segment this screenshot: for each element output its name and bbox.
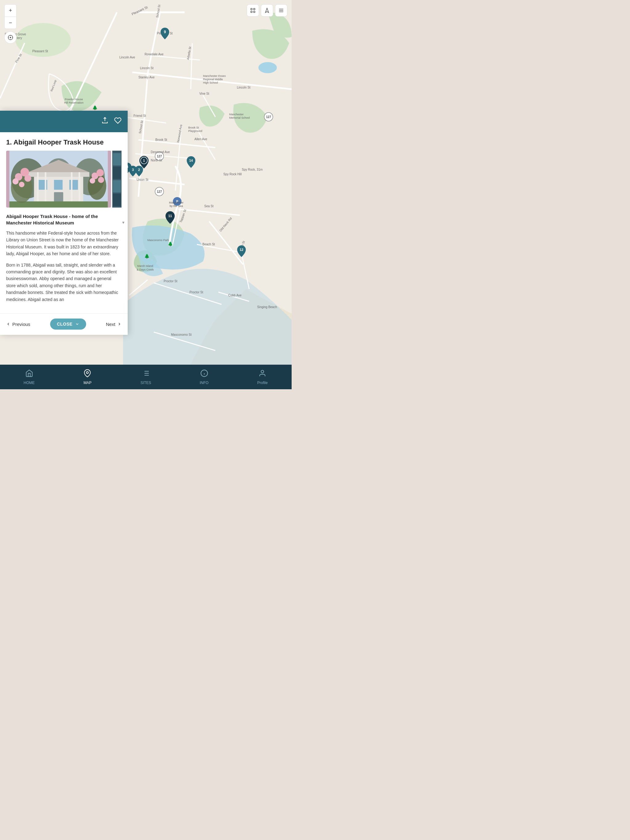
- home-label: HOME: [24, 381, 35, 385]
- svg-text:127: 127: [266, 115, 271, 119]
- svg-point-105: [10, 37, 11, 38]
- svg-text:Brook St: Brook St: [155, 138, 167, 141]
- next-button[interactable]: Next: [106, 322, 122, 327]
- svg-rect-112: [251, 11, 252, 13]
- svg-point-139: [25, 175, 32, 182]
- panel-images: [6, 151, 122, 208]
- panel-secondary-image: [112, 151, 122, 208]
- svg-text:Spy Rock Hill: Spy Rock Hill: [223, 172, 242, 176]
- nav-item-home[interactable]: HOME: [0, 365, 59, 389]
- svg-text:Spy Rock, 31m: Spy Rock, 31m: [242, 168, 263, 171]
- svg-text:Marsh Island: Marsh Island: [137, 264, 153, 267]
- nav-item-sites[interactable]: SITES: [117, 365, 175, 389]
- close-button[interactable]: CLOSE: [50, 319, 86, 330]
- svg-text:Cobb Ave: Cobb Ave: [228, 294, 242, 297]
- panel-main-image: [6, 151, 111, 208]
- panel-description-1: This handsome white Federal-style house …: [6, 230, 122, 257]
- route-button[interactable]: [247, 4, 259, 17]
- nav-item-map[interactable]: MAP: [59, 365, 117, 389]
- favorite-button[interactable]: [114, 117, 122, 126]
- svg-text:Vine St: Vine St: [199, 92, 209, 95]
- svg-text:Brook St: Brook St: [188, 126, 199, 129]
- svg-text:Allen Ave: Allen Ave: [195, 137, 207, 141]
- svg-point-145: [98, 177, 104, 183]
- svg-text:Regional Middle: Regional Middle: [203, 78, 223, 81]
- zoom-out-button[interactable]: −: [4, 17, 17, 29]
- svg-point-138: [13, 178, 19, 185]
- svg-text:Sea St: Sea St: [204, 204, 214, 208]
- svg-text:Rosedale Ave: Rosedale Ave: [144, 52, 164, 56]
- svg-rect-113: [253, 11, 255, 13]
- svg-text:Manchester Essex: Manchester Essex: [203, 74, 226, 77]
- home-icon: [25, 369, 33, 379]
- svg-text:2: 2: [138, 168, 140, 172]
- svg-text:& Days Creek: & Days Creek: [136, 268, 154, 271]
- profile-icon: [258, 369, 266, 379]
- svg-point-144: [90, 178, 95, 183]
- svg-text:North St: North St: [151, 159, 162, 162]
- svg-text:Playground: Playground: [188, 129, 203, 133]
- map-label: MAP: [83, 381, 91, 385]
- svg-text:Lincoln St: Lincoln St: [237, 86, 250, 89]
- menu-button[interactable]: [275, 4, 287, 17]
- svg-text:Memorial School: Memorial School: [229, 116, 250, 119]
- svg-text:Powder House: Powder House: [65, 98, 83, 101]
- nav-item-profile[interactable]: Profile: [233, 365, 291, 389]
- svg-text:🌲: 🌲: [92, 105, 98, 111]
- location-button[interactable]: [261, 4, 273, 17]
- svg-rect-111: [253, 8, 255, 10]
- svg-text:Desmond Ave: Desmond Ave: [151, 150, 170, 154]
- svg-text:Lincoln St: Lincoln St: [140, 66, 154, 70]
- svg-rect-147: [113, 153, 121, 166]
- svg-text:🌲: 🌲: [144, 254, 150, 259]
- bottom-navigation: HOME MAP SITES: [0, 365, 291, 389]
- svg-text:127: 127: [157, 190, 162, 193]
- svg-text:Stanley Ave: Stanley Ave: [138, 76, 155, 79]
- svg-text:High School: High School: [203, 81, 218, 84]
- panel-body[interactable]: 1. Abigail Hooper Trask House: [0, 132, 128, 313]
- svg-text:Masconomo Park: Masconomo Park: [147, 238, 169, 242]
- svg-text:Hill Reservation: Hill Reservation: [64, 101, 83, 104]
- svg-text:by the Sea: by the Sea: [169, 204, 183, 208]
- svg-text:9: 9: [164, 30, 166, 34]
- panel-description-2: Born in 1788, Abigail was tall, straight…: [6, 262, 122, 303]
- svg-point-140: [19, 182, 25, 187]
- next-label: Next: [106, 322, 116, 327]
- detail-panel: ▼ 1. Abigail Hooper Trask House: [0, 111, 128, 335]
- svg-marker-114: [266, 8, 269, 13]
- svg-rect-131: [71, 172, 73, 203]
- nav-item-info[interactable]: INFO: [175, 365, 233, 389]
- svg-text:12: 12: [240, 248, 243, 251]
- svg-rect-129: [37, 172, 39, 203]
- svg-text:11: 11: [168, 214, 172, 218]
- sites-label: SITES: [141, 381, 151, 385]
- map-controls: + −: [4, 4, 17, 44]
- svg-text:Proctor St: Proctor St: [164, 279, 177, 283]
- compass-button[interactable]: [4, 32, 17, 44]
- svg-rect-128: [54, 192, 63, 203]
- info-icon: [200, 369, 208, 379]
- panel-title: 1. Abigail Hooper Trask House: [6, 138, 122, 146]
- svg-rect-133: [79, 172, 80, 203]
- zoom-in-button[interactable]: +: [4, 4, 17, 17]
- panel-subtitle: Abigail Hooper Trask House - home of the…: [6, 213, 122, 226]
- svg-text:Friend St: Friend St: [133, 114, 146, 117]
- svg-text:Manchester: Manchester: [169, 201, 184, 204]
- sites-icon: [142, 369, 150, 379]
- previous-button[interactable]: Previous: [6, 322, 30, 327]
- svg-text:Singing Beach: Singing Beach: [257, 305, 277, 309]
- svg-text:Lincoln Ave: Lincoln Ave: [119, 56, 135, 59]
- svg-text:Beach St: Beach St: [203, 243, 215, 246]
- svg-text:3: 3: [132, 168, 134, 172]
- profile-label: Profile: [257, 381, 268, 385]
- close-label: CLOSE: [57, 322, 73, 327]
- info-label: INFO: [199, 381, 209, 385]
- svg-rect-148: [113, 167, 121, 179]
- svg-text:14: 14: [189, 159, 193, 163]
- svg-text:Union St: Union St: [136, 178, 149, 182]
- svg-point-143: [97, 169, 104, 177]
- svg-text:127: 127: [157, 155, 162, 158]
- svg-text:Proctor St: Proctor St: [190, 291, 203, 294]
- share-button[interactable]: [101, 117, 109, 126]
- svg-point-2: [258, 62, 277, 73]
